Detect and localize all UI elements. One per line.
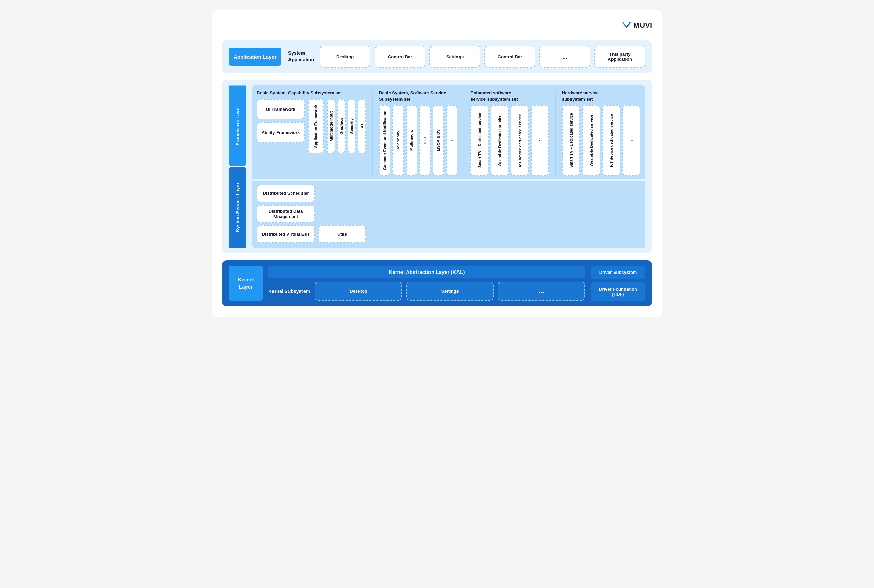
framework-left: Basic System, Capability Subsystem set U… (257, 90, 366, 176)
vertical-divider-1 (372, 90, 373, 176)
utils-box: Utils (318, 225, 366, 243)
software-service-boxes: Common Event and Notification Telephony … (379, 105, 457, 175)
enhanced-dots-box: : (531, 105, 549, 175)
kernel-dots-box: ... (498, 282, 585, 301)
kal-header: Kernel Abstraction Layer (KAL) (268, 266, 585, 278)
app-framework-label: Application Framework (314, 105, 318, 148)
msop-dv-box: MSOP & DV (433, 105, 444, 175)
vertical-divider-3 (555, 90, 556, 176)
vertical-divider-2 (463, 90, 464, 176)
kernel-boxes: Desktop Settings ... (315, 282, 585, 301)
kernel-layer-label: KernelLayer (229, 266, 263, 301)
ai-box: AI (358, 99, 366, 153)
kernel-settings-box: Settings (406, 282, 494, 301)
ui-framework-box: UI Framework (257, 99, 305, 119)
driver-subsystem-box: Driver Subsystem (591, 266, 645, 279)
application-layer: Application Layer SystemApplication Desk… (222, 40, 652, 73)
distributed-virtual-bus-box: Distributed Virtual Bus (257, 225, 315, 243)
enhanced-boxes: Smart TV – Dedicated service Wearable De… (471, 105, 549, 175)
framework-layer-label: Framework Layer (229, 85, 247, 166)
app-framework-col: Application Framework (308, 99, 323, 153)
hardware-boxes: Smart TV – Dedicated service Wearable De… (562, 105, 641, 175)
app-box-desktop: Desktop (320, 46, 370, 68)
logo: MUVI (622, 21, 652, 30)
fs-content: Basic System, Capability Subsystem set U… (252, 85, 645, 248)
app-box-dots: ... (539, 46, 590, 68)
header: MUVI (222, 21, 652, 30)
app-boxes: Desktop Control Bar Settings Control Bar… (320, 46, 645, 68)
software-dots-box: : (446, 105, 457, 175)
distributed-data-box: Distributed Data Mnagement (257, 205, 315, 223)
framework-top: Basic System, Capability Subsystem set U… (252, 85, 645, 179)
logo-text: MUVI (633, 21, 652, 30)
page-container: MUVI Application Layer SystemApplication… (212, 10, 662, 316)
logo-icon (622, 21, 631, 30)
app-box-control-bar-2: Control Bar (484, 46, 536, 68)
hardware-col: Hardware servicesubsystem set Smart TV –… (562, 90, 641, 176)
app-box-settings: Settings (429, 46, 480, 68)
kernel-main: Kernel Abstraction Layer (KAL) Kernel Su… (268, 266, 585, 301)
smart-tv-dedicated-2: Smart TV – Dedicated service (562, 105, 580, 175)
hardware-header: Hardware servicesubsystem set (562, 90, 641, 102)
dfx-box: DFX (419, 105, 430, 175)
kernel-right: Driver Subsystem Driver Foundation(HDF) (591, 266, 645, 301)
kernel-desktop-box: Desktop (315, 282, 402, 301)
system-service-bottom: Distributed Scheduler Distributed Data M… (252, 181, 645, 248)
system-app-label: SystemApplication (288, 50, 314, 63)
framework-boxes: UI Framework Ability Framework (257, 99, 305, 153)
ss-left-area: Distributed Scheduler Distributed Data M… (257, 184, 366, 243)
framework-boxes-row: UI Framework Ability Framework Applicati… (257, 99, 366, 153)
multimode-input-box: Multimode Input (327, 99, 335, 153)
ss-service-boxes: Distributed Scheduler Distributed Data M… (257, 184, 315, 243)
iot-dedicated-2: IoT device dedicated service (602, 105, 620, 175)
distributed-scheduler-box: Distributed Scheduler (257, 184, 315, 202)
common-event-box: Common Event and Notification (379, 105, 390, 175)
ability-framework-box: Ability Framework (257, 122, 305, 142)
security-box: Security (347, 99, 356, 153)
framework-system-wrapper: Framework Layer System Service Layer Bas… (222, 80, 652, 254)
app-box-third-party: This partyApplication (594, 46, 645, 68)
driver-foundation-box: Driver Foundation(HDF) (591, 282, 645, 301)
capability-header: Basic System, Capability Subsystem set (257, 90, 366, 96)
software-service-header: Basic System, Software ServiceSubsystem … (379, 90, 457, 102)
app-layer-label: Application Layer (229, 48, 281, 66)
hardware-dots-box: : (623, 105, 641, 175)
app-layer-content: SystemApplication Desktop Control Bar Se… (288, 46, 645, 68)
kernel-subsystem-label: Kernel Subsystem (268, 288, 310, 294)
smart-tv-dedicated-1: Smart TV – Dedicated service (471, 105, 489, 175)
multimedia-box: Multimedia (406, 105, 417, 175)
graphics-box: Graphics (337, 99, 346, 153)
telephony-box: Telephony (392, 105, 403, 175)
enhanced-header: Enhanced softwareservice subsystem set (471, 90, 549, 102)
wearable-dedicated-2: Wearable Dedicated service (582, 105, 600, 175)
app-box-control-bar-1: Control Bar (375, 46, 426, 68)
enhanced-col: Enhanced softwareservice subsystem set S… (471, 90, 549, 176)
system-service-layer-label: System Service Layer (229, 167, 247, 248)
kernel-bottom: Kernel Subsystem Desktop Settings ... (268, 282, 585, 301)
capability-vertical-boxes: Multimode Input Graphics Security AI (327, 99, 366, 153)
software-service-col: Basic System, Software ServiceSubsystem … (379, 90, 457, 176)
layer-labels-col: Framework Layer System Service Layer (229, 85, 247, 248)
iot-dedicated-1: IoT device dedicated service (511, 105, 529, 175)
wearable-dedicated-1: Wearable Dedicated service (490, 105, 509, 175)
app-framework-box: Application Framework (308, 99, 323, 153)
ss-filler (371, 184, 641, 243)
kernel-layer: KernelLayer Kernel Abstraction Layer (KA… (222, 260, 652, 306)
